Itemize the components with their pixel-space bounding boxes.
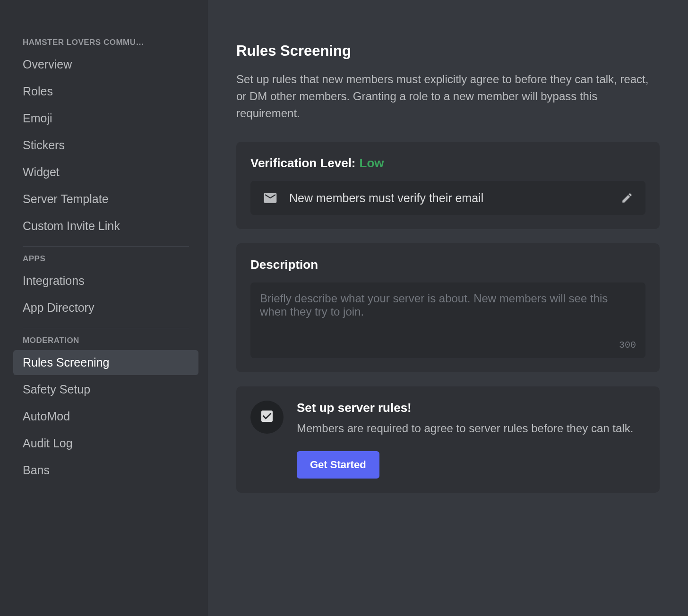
sidebar-item-roles[interactable]: Roles <box>13 79 198 104</box>
character-count: 300 <box>619 340 636 351</box>
sidebar-item-safety-setup[interactable]: Safety Setup <box>13 377 198 402</box>
verification-requirement-text: New members must verify their email <box>289 191 483 205</box>
page-title: Rules Screening <box>236 43 660 60</box>
verification-card: Verification Level: Low New members must… <box>236 142 660 229</box>
rules-setup-card: Set up server rules! Members are require… <box>236 386 660 493</box>
rules-setup-description: Members are required to agree to server … <box>297 420 645 437</box>
sidebar-item-stickers[interactable]: Stickers <box>13 133 198 158</box>
sidebar-item-custom-invite-link[interactable]: Custom Invite Link <box>13 214 198 239</box>
description-input-box: 300 <box>250 282 645 358</box>
sidebar-item-overview[interactable]: Overview <box>13 52 198 77</box>
rules-content: Set up server rules! Members are require… <box>297 401 645 479</box>
sidebar-item-widget[interactable]: Widget <box>13 160 198 185</box>
main-content: Rules Screening Set up rules that new me… <box>208 0 688 616</box>
verification-level-value: Low <box>360 156 384 171</box>
get-started-button[interactable]: Get Started <box>297 451 379 479</box>
sidebar-divider <box>23 328 189 328</box>
edit-icon[interactable] <box>621 192 633 204</box>
verification-content: New members must verify their email <box>263 190 483 205</box>
server-name-header: HAMSTER LOVERS COMMU… <box>13 38 198 52</box>
sidebar-item-automod[interactable]: AutoMod <box>13 404 198 429</box>
sidebar-item-server-template[interactable]: Server Template <box>13 187 198 212</box>
description-label: Description <box>250 257 645 272</box>
sidebar-item-rules-screening[interactable]: Rules Screening <box>13 350 198 375</box>
email-icon <box>263 190 278 205</box>
verification-requirement-box: New members must verify their email <box>250 181 645 215</box>
section-header-apps: APPS <box>13 254 198 268</box>
page-description: Set up rules that new members must expli… <box>236 71 660 122</box>
verification-level-label: Verification Level: <box>250 156 356 171</box>
sidebar-item-app-directory[interactable]: App Directory <box>13 295 198 320</box>
description-textarea[interactable] <box>260 292 636 339</box>
section-header-moderation: MODERATION <box>13 336 198 350</box>
sidebar-item-emoji[interactable]: Emoji <box>13 106 198 131</box>
sidebar-item-bans[interactable]: Bans <box>13 458 198 483</box>
sidebar-item-integrations[interactable]: Integrations <box>13 268 198 293</box>
sidebar: HAMSTER LOVERS COMMU… Overview Roles Emo… <box>0 0 208 616</box>
rules-checklist-icon <box>259 409 275 426</box>
sidebar-item-audit-log[interactable]: Audit Log <box>13 431 198 456</box>
rules-icon-circle <box>250 401 284 434</box>
rules-setup-title: Set up server rules! <box>297 401 645 415</box>
description-card: Description 300 <box>236 243 660 372</box>
verification-level-row: Verification Level: Low <box>250 156 645 171</box>
sidebar-divider <box>23 246 189 247</box>
